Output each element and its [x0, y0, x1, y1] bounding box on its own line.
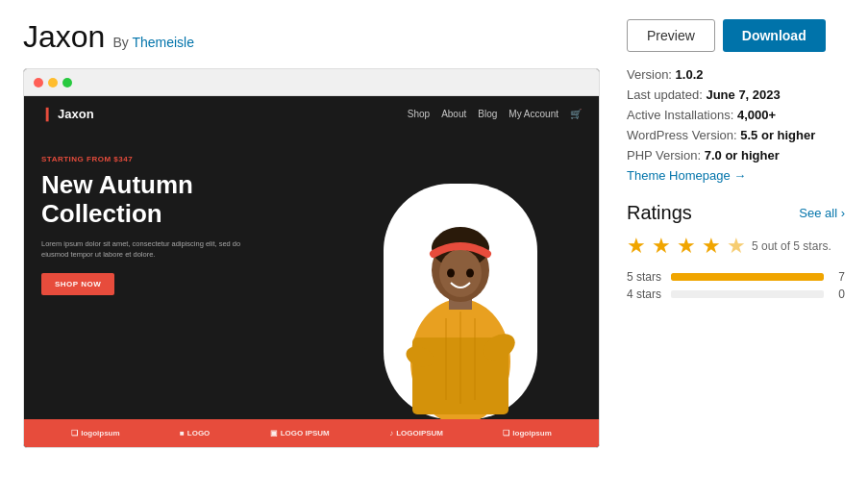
logo-item-1: ❏logoipsum	[71, 429, 119, 438]
star-2: ★	[652, 234, 671, 259]
stars-label: 5 out of 5 stars.	[752, 239, 831, 253]
mockup-nav: ❙ Jaxon Shop About Blog My Account 🛒	[24, 96, 599, 131]
mockup-hero: STARTING FROM $347 New Autumn Collection…	[24, 131, 599, 419]
mockup-cta-button: SHOP NOW	[41, 273, 114, 295]
theme-name: Jaxon	[23, 19, 105, 55]
author-link[interactable]: Themeisle	[132, 35, 194, 50]
rating-bar-4stars: 4 stars 0	[627, 288, 845, 301]
rating-track-4	[671, 290, 824, 298]
browser-dot-expand	[62, 78, 72, 88]
mockup-body-text: Lorem ipsum dolor sit amet, consectetur …	[41, 238, 253, 261]
action-buttons: Preview Download	[627, 19, 845, 52]
logo-item-3: ▣LOGO IPSUM	[270, 429, 330, 438]
browser-dot-minimize	[48, 78, 58, 88]
meta-php: PHP Version: 7.0 or higher	[627, 148, 845, 162]
download-button[interactable]: Download	[723, 19, 826, 52]
svg-point-8	[466, 269, 474, 278]
preview-button[interactable]: Preview	[627, 19, 715, 52]
star-5: ★	[727, 234, 746, 259]
rating-bar-5stars: 5 stars 7	[627, 270, 845, 284]
stars-row: ★ ★ ★ ★ ★ 5 out of 5 stars.	[627, 234, 845, 259]
star-1: ★	[627, 234, 646, 259]
see-all-link[interactable]: See all ›	[799, 206, 845, 220]
svg-point-6	[439, 249, 482, 297]
theme-preview-mockup: ❙ Jaxon Shop About Blog My Account 🛒 STA…	[23, 68, 600, 448]
ratings-title: Ratings	[627, 202, 692, 224]
browser-dot-close	[34, 78, 43, 88]
mockup-logo-text: Jaxon	[58, 107, 94, 121]
mockup-logo: ❙ Jaxon	[41, 106, 94, 121]
meta-installs: Active Installations: 4,000+	[627, 108, 845, 122]
browser-bar	[24, 69, 599, 96]
rating-fill-5	[671, 273, 824, 281]
mockup-nav-links: Shop About Blog My Account 🛒	[408, 109, 582, 119]
logo-item-2: ■LOGO	[180, 429, 210, 438]
ratings-section: Ratings See all › ★ ★ ★ ★ ★ 5 out of 5 s…	[627, 202, 845, 301]
logo-item-4: ♪LOGOIPSUM	[389, 429, 443, 438]
theme-title-row: Jaxon By Themeisle	[23, 19, 600, 55]
star-4: ★	[702, 234, 721, 259]
meta-version: Version: 1.0.2	[627, 67, 845, 82]
theme-homepage-link[interactable]: Theme Homepage →	[627, 168, 746, 183]
mockup-hero-text: STARTING FROM $347 New Autumn Collection…	[41, 140, 338, 419]
mockup-logo-icon: ❙	[41, 106, 53, 121]
mockup-hero-image	[338, 140, 582, 419]
svg-point-7	[447, 269, 455, 278]
meta-wp: WordPress Version: 5.5 or higher	[627, 128, 845, 142]
theme-author: By Themeisle	[112, 35, 194, 50]
star-3: ★	[677, 234, 696, 259]
rating-track-5	[671, 273, 824, 281]
meta-table: Version: 1.0.2 Last updated: June 7, 202…	[627, 67, 845, 183]
mockup-logos-strip: ❏logoipsum ■LOGO ▣LOGO IPSUM ♪LOGOIPSUM …	[24, 419, 599, 447]
meta-updated: Last updated: June 7, 2023	[627, 88, 845, 102]
left-column: Jaxon By Themeisle ❙ Jaxon	[23, 19, 600, 448]
logo-item-5: ❏logoipsum	[503, 429, 551, 438]
meta-homepage: Theme Homepage →	[627, 168, 845, 183]
ratings-header: Ratings See all ›	[627, 202, 845, 224]
mockup-heading: New Autumn Collection	[41, 171, 338, 229]
right-column: Preview Download Version: 1.0.2 Last upd…	[627, 19, 845, 448]
mockup-subtitle: STARTING FROM $347	[41, 155, 338, 163]
person-illustration	[384, 169, 537, 419]
